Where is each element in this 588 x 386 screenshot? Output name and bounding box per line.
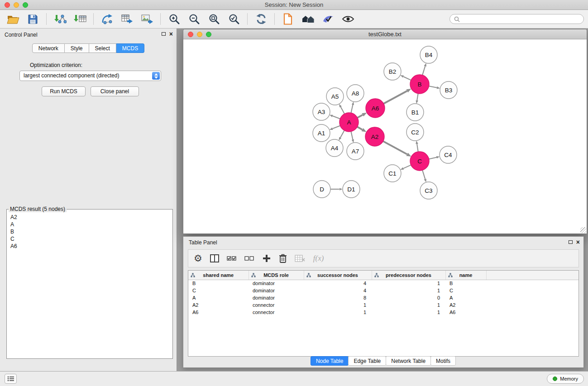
- graph-edge-A2-C[interactable]: [383, 141, 407, 154]
- graph-edge-A-A8[interactable]: [351, 105, 353, 113]
- graph-node-D[interactable]: D: [313, 181, 330, 198]
- save-session-button[interactable]: [24, 11, 42, 27]
- table-tab-edge-table[interactable]: Edge Table: [348, 356, 386, 366]
- show-panels-button[interactable]: [5, 374, 17, 384]
- select-all-columns-button[interactable]: [227, 252, 237, 265]
- graph-node-A4[interactable]: A4: [326, 139, 343, 157]
- mcds-result-item[interactable]: A2: [7, 214, 172, 221]
- column-header-successor-nodes[interactable]: successor nodes: [304, 271, 372, 280]
- table-row[interactable]: Adominator80A: [188, 294, 578, 301]
- graph-node-A7[interactable]: A7: [347, 143, 364, 160]
- graph-node-B4[interactable]: B4: [420, 46, 437, 63]
- birdseye-button[interactable]: [299, 11, 317, 27]
- node-table-container[interactable]: shared nameMCDS rolesuccessor nodesprede…: [188, 270, 579, 357]
- style-check-button[interactable]: [319, 11, 337, 27]
- close-table-panel-icon[interactable]: ×: [576, 240, 580, 244]
- zoom-out-button[interactable]: [185, 11, 203, 27]
- column-header-name[interactable]: name: [445, 271, 486, 280]
- search-box[interactable]: [449, 14, 584, 24]
- refresh-button[interactable]: [252, 11, 270, 27]
- graph-node-A3[interactable]: A3: [313, 103, 330, 120]
- graph-edge-C-C3[interactable]: [422, 170, 425, 179]
- graph-node-C1[interactable]: C1: [384, 165, 401, 182]
- function-builder-button[interactable]: f(x): [313, 252, 324, 265]
- graph-node-C[interactable]: C: [410, 152, 429, 171]
- tab-style[interactable]: Style: [65, 43, 89, 53]
- graph-edge-B-B2[interactable]: [403, 76, 411, 80]
- table-row[interactable]: A2connector11A2: [188, 301, 578, 309]
- graph-node-B[interactable]: B: [410, 75, 429, 94]
- zoom-fit-button[interactable]: [205, 11, 223, 27]
- table-tab-network-table[interactable]: Network Table: [386, 356, 431, 366]
- create-column-button[interactable]: [262, 252, 271, 265]
- zoom-in-button[interactable]: [165, 11, 183, 27]
- graph-edge-A-A2[interactable]: [357, 127, 362, 129]
- close-window-button[interactable]: [5, 2, 10, 8]
- float-panel-icon[interactable]: [162, 32, 166, 36]
- graph-node-A2[interactable]: A2: [365, 127, 384, 146]
- graph-edge-A-A5[interactable]: [341, 107, 344, 114]
- zoom-selected-button[interactable]: [225, 11, 243, 27]
- import-network-button[interactable]: [51, 11, 69, 27]
- network-graph[interactable]: B4B2BB3A5A8A6A3B1AC2A1A2A4A7C4CC1C3DD1: [183, 39, 587, 234]
- table-row[interactable]: Bdominator41B: [188, 280, 578, 287]
- export-network-button[interactable]: [98, 11, 116, 27]
- network-maximize-button[interactable]: [206, 32, 211, 37]
- graph-node-A5[interactable]: A5: [326, 88, 344, 105]
- graph-node-A[interactable]: A: [339, 113, 359, 132]
- graph-edge-A-A1[interactable]: [333, 126, 340, 129]
- graph-edge-A-A6[interactable]: [358, 115, 363, 118]
- deselect-all-columns-button[interactable]: [244, 252, 254, 265]
- graph-node-C4[interactable]: C4: [440, 146, 457, 163]
- graph-node-C2[interactable]: C2: [406, 124, 424, 141]
- mcds-result-item[interactable]: C: [7, 235, 172, 243]
- tab-network[interactable]: Network: [32, 43, 65, 53]
- tab-select[interactable]: Select: [89, 43, 116, 53]
- export-table-button[interactable]: [118, 11, 136, 27]
- table-row[interactable]: A6connector11A6: [188, 309, 578, 316]
- delete-column-button[interactable]: [279, 252, 287, 265]
- graph-edge-C-C4[interactable]: [429, 157, 436, 159]
- close-panel-button[interactable]: Close panel: [91, 86, 139, 96]
- mcds-result-item[interactable]: A6: [7, 243, 172, 250]
- tab-mcds[interactable]: MCDS: [116, 43, 144, 53]
- graph-edge-B-B1[interactable]: [417, 94, 418, 100]
- resize-grip[interactable]: [580, 227, 586, 233]
- graph-edge-C-C1[interactable]: [403, 165, 411, 169]
- mcds-result-item[interactable]: B: [7, 228, 172, 235]
- table-tab-motifs[interactable]: Motifs: [430, 356, 456, 366]
- export-image-button[interactable]: [138, 11, 156, 27]
- column-header-MCDS-role[interactable]: MCDS role: [249, 271, 304, 280]
- graph-node-B1[interactable]: B1: [406, 104, 424, 121]
- memory-button[interactable]: Memory: [547, 374, 584, 384]
- show-hide-button[interactable]: [339, 11, 357, 27]
- graph-node-A8[interactable]: A8: [347, 85, 364, 102]
- graph-node-B2[interactable]: B2: [384, 63, 401, 80]
- mcds-result-item[interactable]: A: [7, 221, 172, 228]
- graph-edge-A-A3[interactable]: [333, 116, 340, 119]
- network-minimize-button[interactable]: [197, 32, 202, 37]
- show-columns-button[interactable]: [210, 252, 219, 265]
- table-row[interactable]: Cdominator41C: [188, 287, 578, 294]
- graph-edge-B-B4[interactable]: [422, 66, 425, 75]
- minimize-window-button[interactable]: [14, 2, 19, 8]
- open-file-button[interactable]: [4, 11, 22, 27]
- column-header-predecessor-nodes[interactable]: predecessor nodes: [372, 271, 445, 280]
- document-button[interactable]: [279, 11, 297, 27]
- delete-table-button[interactable]: [295, 252, 306, 265]
- run-mcds-button[interactable]: Run MCDS: [42, 86, 86, 96]
- graph-edge-A6-B[interactable]: [383, 91, 407, 104]
- graph-node-A6[interactable]: A6: [366, 99, 385, 118]
- graph-node-A1[interactable]: A1: [313, 124, 330, 142]
- graph-edge-B-B3[interactable]: [429, 86, 437, 88]
- network-canvas[interactable]: B4B2BB3A5A8A6A3B1AC2A1A2A4A7C4CC1C3DD1: [183, 39, 587, 234]
- float-table-panel-icon[interactable]: [569, 240, 573, 244]
- network-window-titlebar[interactable]: testGlobe.txt: [183, 29, 587, 39]
- graph-node-C3[interactable]: C3: [420, 182, 437, 199]
- graph-edge-A-A7[interactable]: [351, 132, 353, 140]
- column-header-shared-name[interactable]: shared name: [188, 271, 249, 280]
- network-close-button[interactable]: [188, 32, 193, 37]
- close-panel-icon[interactable]: ×: [169, 32, 173, 36]
- table-tab-node-table[interactable]: Node Table: [311, 356, 349, 366]
- search-input[interactable]: [462, 16, 579, 22]
